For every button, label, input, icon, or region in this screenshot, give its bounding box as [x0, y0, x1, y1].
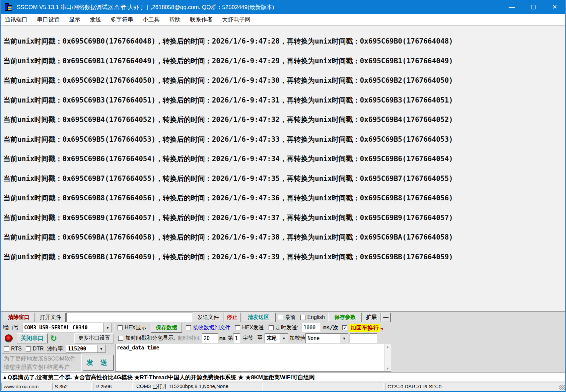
baud-select[interactable]: 115200 ▼	[66, 345, 105, 353]
stop-button[interactable]: 停止	[224, 313, 241, 322]
maximize-button[interactable]	[522, 0, 544, 14]
open-file-button[interactable]: 打开文件	[36, 313, 65, 322]
chevron-down-icon[interactable]: ▼	[340, 334, 348, 343]
refresh-ports-icon[interactable]: ↻	[50, 334, 57, 342]
hex-display-checkbox[interactable]: HEX显示	[118, 324, 146, 331]
save-params-button[interactable]: 保存参数	[328, 313, 362, 322]
send-button[interactable]: 发 送	[83, 355, 114, 370]
rts-label: RTS	[11, 346, 22, 352]
baud-value: 115200	[66, 346, 97, 352]
window-title: SSCOM V5.13.1 串口/网络数据调试器,作者:大虾丁丁,2618058…	[17, 3, 274, 11]
status-website[interactable]: www.daxia.com	[1, 383, 51, 390]
english-checkbox-box[interactable]	[300, 315, 305, 320]
terminal-line: 当前unix时间戳：0x695C69B7(1767664055)，转换后的时间：…	[3, 169, 563, 189]
control-panel: 清除窗口 打开文件 发送文件 停止 清发送区 最前 English 保存参数 扩…	[1, 311, 565, 373]
help-question-icon[interactable]: ?	[380, 327, 383, 332]
hex-display-label: HEX显示	[125, 324, 146, 331]
menu-port-settings[interactable]: 串口设置	[32, 14, 64, 25]
topmost-checkbox[interactable]: 最前	[278, 314, 296, 321]
status-port-state: COM3 已打开 115200bps,8,1,None,None	[134, 383, 263, 390]
append-crlf-checkbox-box[interactable]: ✓	[342, 325, 347, 330]
menu-help[interactable]: 帮助	[164, 14, 185, 25]
timestamp-split-label: 加时间戳和分包显示,	[125, 335, 175, 342]
port-label: 端口号	[3, 324, 22, 331]
dtr-checkbox[interactable]: DTR	[26, 346, 44, 352]
promo-line2: 请您注册嘉立创F结尾客户	[4, 363, 80, 371]
rts-checkbox-box[interactable]	[4, 346, 9, 351]
baud-label: 波特率:	[47, 345, 65, 352]
hex-send-checkbox[interactable]: HEX发送	[235, 324, 264, 331]
collapse-panel-button[interactable]: —	[381, 313, 391, 322]
menu-contact-author[interactable]: 联系作者	[185, 14, 217, 25]
timed-send-checkbox[interactable]: 定时发送:	[269, 324, 298, 331]
topmost-checkbox-box[interactable]	[278, 315, 283, 320]
promo-text: 为了更好地发展SSCOM软件 请您注册嘉立创F结尾客户	[2, 353, 82, 372]
menu-display[interactable]: 显示	[64, 14, 85, 25]
scroll-up-icon[interactable]: ▲	[386, 345, 390, 349]
close-port-button[interactable]: 关闭串口	[17, 333, 48, 343]
interval-input[interactable]	[302, 323, 321, 332]
terminal-line: 当前unix时间戳：0x695C69B3(1767664051)，转换后的时间：…	[3, 90, 563, 110]
status-sent-count: S:352	[52, 383, 92, 390]
notice-bar: ▲Q群满员了,没有第二个群. ★合宙高性价比4G模块 ★RT-Thread中国人…	[1, 373, 565, 382]
menu-daxia-web[interactable]: 大虾电子网	[217, 14, 255, 25]
send-input-text[interactable]: read_data time	[116, 344, 384, 371]
menu-send[interactable]: 发送	[85, 14, 106, 25]
timestamp-split-checkbox[interactable]: 加时间戳和分包显示,	[118, 335, 175, 342]
to-label: 至	[257, 335, 263, 342]
timeout-unit-label: ms	[219, 335, 226, 341]
resize-grip[interactable]	[559, 385, 565, 390]
menu-comm-port[interactable]: 通讯端口	[1, 14, 32, 25]
interval-unit-label: ms/次	[323, 324, 338, 331]
notice-text: ▲Q群满员了,没有第二个群. ★合宙高性价比4G模块 ★RT-Thread中国人…	[2, 374, 315, 381]
timed-send-checkbox-box[interactable]	[269, 325, 274, 330]
append-crlf-checkbox[interactable]: ✓ 加回车换行	[342, 324, 380, 332]
clear-window-button[interactable]: 清除窗口	[3, 313, 35, 322]
hex-display-checkbox-box[interactable]	[118, 325, 123, 330]
minimize-button[interactable]: —	[501, 0, 522, 14]
save-data-button[interactable]: 保存数据	[151, 323, 182, 332]
port-select[interactable]: COM3 USB-SERIAL CH340 ▼	[22, 323, 112, 332]
recv-to-file-checkbox[interactable]: 接收数据到文件	[186, 324, 230, 331]
clear-send-area-button[interactable]: 清发送区	[242, 313, 275, 322]
topmost-label: 最前	[285, 314, 296, 321]
file-path-input[interactable]	[66, 313, 193, 322]
chevron-down-icon[interactable]: ▼	[103, 323, 112, 332]
rts-checkbox[interactable]: RTS	[4, 346, 22, 352]
more-port-settings-button[interactable]: 更多串口设置	[74, 333, 114, 343]
receive-terminal[interactable]: 当前unix时间戳：0x695C69B0(1767664048)，转换后的时间：…	[1, 25, 565, 311]
scroll-down-icon[interactable]: ▼	[386, 367, 390, 371]
menu-tools[interactable]: 小工具	[138, 14, 164, 25]
extend-button[interactable]: 扩展	[363, 313, 380, 322]
status-modem-signals: CTS=0 DSR=0 RLSD=0	[385, 383, 564, 390]
terminal-line: 当前unix时间戳：0x695C69B9(1767664057)，转换后的时间：…	[3, 208, 563, 228]
terminal-line: 当前unix时间戳：0x695C69BA(1767664058)，转换后的时间：…	[3, 227, 563, 247]
send-input-scrollbar[interactable]: ▲ ▼	[384, 344, 391, 371]
english-checkbox[interactable]: English	[300, 314, 325, 320]
recv-to-file-label: 接收数据到文件	[193, 324, 230, 331]
checksum-extra-field[interactable]	[350, 333, 377, 343]
chevron-down-icon[interactable]: ▼	[280, 334, 288, 343]
menu-multi-string[interactable]: 多字符串	[106, 14, 138, 25]
hex-send-label: HEX发送	[242, 324, 264, 331]
byte-prefix-label: 第	[228, 335, 233, 342]
hex-send-checkbox-box[interactable]	[235, 325, 240, 330]
status-bar: www.daxia.com S:352 R:2596 COM3 已打开 1152…	[1, 382, 565, 391]
dtr-checkbox-box[interactable]	[26, 346, 31, 351]
app-icon	[5, 3, 13, 11]
byte-index-input[interactable]	[233, 333, 240, 343]
terminal-line: 当前unix时间戳：0x695C69B5(1767664053)，转换后的时间：…	[3, 130, 563, 149]
send-input-area[interactable]: read_data time ▲ ▼	[115, 344, 391, 372]
timeout-input[interactable]	[202, 333, 218, 343]
terminal-line: 当前unix时间戳：0x695C69B2(1767664050)，转换后的时间：…	[3, 71, 563, 90]
recv-to-file-checkbox-box[interactable]	[186, 325, 191, 330]
send-file-button[interactable]: 发送文件	[194, 313, 223, 322]
sscom-window: SSCOM V5.13.1 串口/网络数据调试器,作者:大虾丁丁,2618058…	[0, 0, 566, 392]
range-end-select[interactable]: 末尾 ▼	[265, 333, 288, 343]
port-select-value: COM3 USB-SERIAL CH340	[22, 325, 103, 331]
byte-label: 字节	[242, 335, 253, 342]
chevron-down-icon[interactable]: ▼	[97, 345, 105, 352]
close-button[interactable]: ✕	[544, 0, 565, 14]
timestamp-split-checkbox-box[interactable]	[118, 336, 123, 341]
checksum-select[interactable]: None ▼	[305, 333, 348, 343]
